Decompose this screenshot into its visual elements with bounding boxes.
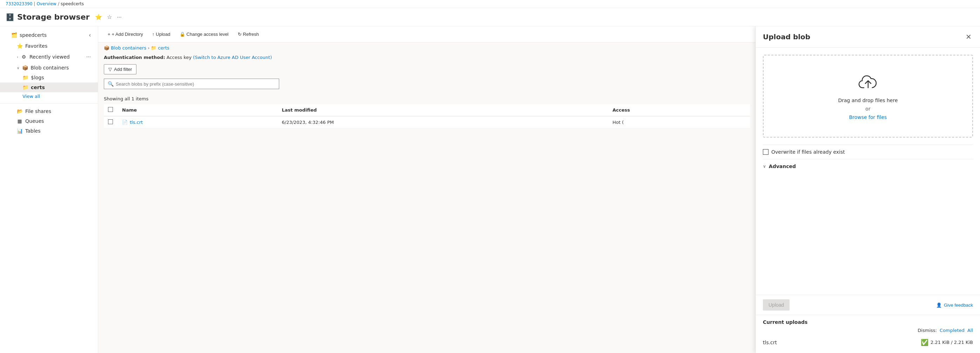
- breadcrumb-certs-link[interactable]: 📁 certs: [151, 45, 169, 51]
- upload-button[interactable]: ↑ Upload: [148, 29, 174, 39]
- recently-viewed-more-btn[interactable]: ···: [85, 53, 92, 61]
- filter-icon: ▽: [108, 67, 112, 72]
- file-shares-icon: 📂: [17, 108, 22, 114]
- lock-icon: 🔒: [180, 32, 185, 37]
- upload-label: Upload: [156, 32, 170, 37]
- table-row: 📄 tls.crt 6/23/2023, 4:32:46 PM Hot (: [104, 116, 750, 129]
- chevron-down-icon: ∨: [17, 66, 19, 70]
- breadcrumb-blob-containers-link[interactable]: 📦 Blob containers: [104, 45, 146, 51]
- overwrite-checkbox[interactable]: [763, 149, 768, 155]
- sidebar-item-blob-containers[interactable]: ∨ 📦 Blob containers: [0, 63, 98, 73]
- storage-browser-icon: 🗄️: [6, 13, 14, 21]
- give-feedback-button[interactable]: 👤 Give feedback: [936, 302, 973, 308]
- chevron-right-icon: ›: [17, 55, 18, 59]
- refresh-button[interactable]: ↻ Refresh: [234, 29, 263, 39]
- sidebar-view-all[interactable]: View all: [0, 92, 98, 100]
- search-input[interactable]: [116, 81, 275, 87]
- blob-containers-icon: 📦: [22, 65, 28, 70]
- panel-footer: Upload 👤 Give feedback: [756, 295, 980, 315]
- dismiss-all-link[interactable]: All: [967, 328, 973, 333]
- sidebar-collapse-btn[interactable]: ‹: [88, 31, 92, 39]
- breadcrumb-account[interactable]: 7332023390: [6, 2, 32, 6]
- sidebar-item-file-shares[interactable]: 📂 File shares: [0, 107, 98, 116]
- sidebar-item-tables[interactable]: 📊 Tables: [0, 126, 98, 136]
- search-bar: 🔍: [98, 76, 756, 92]
- advanced-label: Advanced: [769, 164, 796, 169]
- breadcrumb-container: speedcerts: [61, 2, 84, 6]
- add-filter-label: Add filter: [114, 67, 132, 72]
- select-all-checkbox[interactable]: [108, 107, 113, 112]
- sidebar-logs-label: $logs: [31, 75, 44, 80]
- row-checkbox-cell: [104, 116, 118, 129]
- last-modified-col-header[interactable]: Last modified: [278, 104, 609, 116]
- name-col-header[interactable]: Name: [118, 104, 278, 116]
- breadcrumb-nav-sep: ›: [148, 45, 150, 51]
- more-button[interactable]: ···: [115, 13, 123, 21]
- breadcrumb-section[interactable]: Overview: [37, 2, 56, 6]
- upload-icon: ↑: [152, 32, 155, 37]
- sidebar-tables-label: Tables: [25, 128, 41, 134]
- refresh-label: Refresh: [243, 32, 259, 37]
- auth-switch-link[interactable]: (Switch to Azure AD User Account): [193, 55, 272, 60]
- breadcrumb-sep1: |: [34, 2, 35, 6]
- drop-zone-or: or: [865, 106, 870, 111]
- sidebar-item-queues[interactable]: ▦ Queues: [0, 116, 98, 126]
- sidebar-favorites-label: Favorites: [25, 43, 47, 49]
- dismiss-label: Dismiss:: [918, 328, 937, 333]
- access-cell: Hot (: [608, 116, 750, 129]
- sidebar-divider1: [0, 103, 98, 103]
- blob-table: Name Last modified Access 📄 tls.cr: [104, 104, 750, 129]
- current-uploads-header: Current uploads: [763, 319, 973, 325]
- current-uploads: Current uploads Dismiss: Completed All t…: [756, 315, 980, 353]
- add-directory-icon: +: [108, 32, 110, 37]
- file-name-cell: 📄 tls.crt: [118, 116, 278, 129]
- sidebar-certs-label: certs: [31, 84, 45, 90]
- content-breadcrumb: 📦 Blob containers › 📁 certs: [98, 43, 756, 53]
- panel-header: Upload blob ✕: [756, 26, 980, 48]
- overwrite-label: Overwrite if files already exist: [771, 149, 845, 155]
- upload-submit-button[interactable]: Upload: [763, 299, 789, 310]
- page-title: Storage browser: [17, 13, 89, 21]
- panel-close-button[interactable]: ✕: [964, 32, 973, 42]
- pin-button[interactable]: ⭐: [94, 13, 103, 21]
- favorites-icon: ⭐: [17, 43, 22, 49]
- toolbar: + + Add Directory ↑ Upload 🔒 🔒 Change ac…: [98, 26, 756, 43]
- change-access-level-button[interactable]: 🔒 🔒 Change access level Change access le…: [176, 29, 232, 39]
- filter-area: ▽ Add filter: [98, 63, 756, 76]
- sidebar-blob-containers-label: Blob containers: [30, 65, 69, 70]
- sidebar-speedcerts-label: speedcerts: [20, 32, 47, 38]
- logs-icon: 📁: [22, 75, 28, 80]
- search-icon: 🔍: [108, 81, 114, 87]
- speedcerts-icon: 🗂️: [11, 32, 17, 38]
- last-modified-cell: 6/23/2023, 4:32:46 PM: [278, 116, 609, 129]
- drop-zone[interactable]: Drag and drop files here or Browse for f…: [763, 55, 973, 138]
- tables-icon: 📊: [17, 128, 22, 134]
- breadcrumb-sep2: /: [58, 2, 59, 6]
- auth-bar: Authentication method: Access key (Switc…: [98, 53, 756, 63]
- access-col-header[interactable]: Access: [608, 104, 750, 116]
- add-filter-button[interactable]: ▽ Add filter: [104, 64, 137, 75]
- auth-method: Access key: [167, 55, 191, 60]
- file-link[interactable]: 📄 tls.crt: [122, 120, 274, 125]
- sidebar-item-certs[interactable]: 📁 certs: [0, 83, 98, 92]
- add-directory-button[interactable]: + + Add Directory: [104, 29, 147, 39]
- list-header: Showing all 1 items: [104, 95, 750, 104]
- advanced-row[interactable]: ∨ Advanced: [763, 159, 973, 173]
- panel-body: Drag and drop files here or Browse for f…: [756, 48, 980, 295]
- dismiss-completed-link[interactable]: Completed: [940, 328, 964, 333]
- sidebar-item-favorites[interactable]: ⭐ Favorites: [0, 41, 98, 51]
- sidebar-item-logs[interactable]: 📁 $logs: [0, 73, 98, 83]
- blob-containers-nav-icon: 📦: [104, 45, 110, 51]
- upload-item: tls.crt ✅ 2.21 KiB / 2.21 KiB: [763, 336, 973, 349]
- file-icon: 📄: [122, 120, 128, 125]
- success-icon: ✅: [921, 339, 928, 346]
- feedback-icon: 👤: [936, 302, 942, 308]
- sidebar-file-shares-label: File shares: [25, 108, 51, 114]
- row-checkbox[interactable]: [108, 119, 113, 124]
- sidebar-item-recently-viewed[interactable]: › ⚙️ Recently viewed ···: [0, 51, 98, 63]
- upload-item-name: tls.crt: [763, 340, 916, 345]
- bookmark-button[interactable]: ☆: [106, 13, 113, 21]
- add-directory-label: + Add Directory: [112, 32, 143, 37]
- sidebar-item-speedcerts[interactable]: 🗂️ speedcerts ‹: [0, 29, 98, 41]
- browse-files-link[interactable]: Browse for files: [849, 114, 887, 120]
